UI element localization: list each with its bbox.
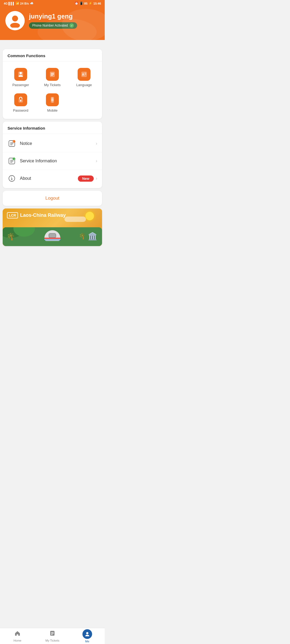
service-information-label: Service Information bbox=[20, 159, 96, 163]
service-info-icon: ✓ bbox=[8, 157, 16, 165]
svg-rect-22 bbox=[10, 142, 13, 143]
banner-train bbox=[44, 230, 60, 242]
about-item[interactable]: i About New › bbox=[3, 170, 102, 187]
password-label: Password bbox=[13, 108, 28, 112]
svg-rect-6 bbox=[51, 73, 54, 74]
alarm-icon: ⏰ bbox=[75, 2, 78, 5]
cloud-icon: ☁️ bbox=[30, 2, 34, 5]
svg-rect-23 bbox=[10, 144, 13, 144]
functions-grid: Passenger My Tickets A bbox=[3, 61, 102, 119]
service-info-chevron: › bbox=[96, 159, 97, 163]
function-item-mobile[interactable]: Mobile bbox=[37, 91, 68, 117]
clock: 15:46 bbox=[93, 2, 101, 5]
common-functions-card: Common Functions Passenger bbox=[3, 49, 102, 119]
svg-text:!: ! bbox=[13, 141, 14, 143]
check-icon: ✓ bbox=[70, 23, 74, 28]
banner-sun bbox=[85, 212, 94, 220]
svg-rect-28 bbox=[10, 160, 13, 160]
lcr-banner[interactable]: LCR Laos-China Railway 🌴 🌴 🏛️ bbox=[3, 208, 102, 246]
battery-icon: ⚡ bbox=[89, 2, 92, 5]
language-icon: A 文 bbox=[78, 68, 90, 81]
svg-rect-14 bbox=[20, 101, 21, 102]
about-label: About bbox=[20, 176, 78, 181]
service-information-item[interactable]: ✓ Service Information › bbox=[3, 152, 102, 170]
phone-badge-text: Phone Number Activated bbox=[32, 24, 68, 27]
function-item-language[interactable]: A 文 Language bbox=[68, 66, 100, 91]
about-chevron: › bbox=[96, 176, 97, 181]
status-right: ⏰ 📳 85 ⚡ 15:46 bbox=[75, 2, 101, 5]
notice-item[interactable]: ! Notice › bbox=[3, 135, 102, 152]
signal-icon: 4G bbox=[4, 2, 8, 5]
function-item-passenger[interactable]: Passenger bbox=[5, 66, 37, 91]
profile-name: junying1 geng bbox=[29, 13, 77, 20]
train-front bbox=[44, 230, 60, 241]
svg-rect-7 bbox=[51, 74, 54, 75]
svg-rect-33 bbox=[12, 178, 12, 180]
profile-info: junying1 geng Phone Number Activated ✓ bbox=[29, 13, 77, 29]
train-window bbox=[49, 233, 56, 238]
svg-point-1 bbox=[10, 23, 20, 28]
svg-rect-24 bbox=[10, 145, 12, 145]
avatar[interactable] bbox=[5, 11, 25, 30]
svg-rect-30 bbox=[10, 162, 12, 163]
about-badge: New bbox=[78, 175, 94, 182]
banner-building-icon: 🏛️ bbox=[88, 232, 97, 241]
mobile-label: Mobile bbox=[47, 108, 57, 112]
mobile-icon bbox=[46, 93, 59, 106]
my-tickets-func-label: My Tickets bbox=[44, 83, 60, 87]
my-tickets-func-icon bbox=[46, 68, 59, 81]
status-bar: 4G ▌▌▌ 📶 24 B/s ☁️ ⏰ 📳 85 ⚡ 15:46 bbox=[0, 0, 105, 6]
svg-point-3 bbox=[20, 72, 22, 74]
svg-text:i: i bbox=[11, 176, 12, 178]
passenger-icon bbox=[14, 68, 27, 81]
svg-text:A: A bbox=[82, 73, 84, 76]
service-list: ! Notice › ✓ bbox=[3, 134, 102, 188]
train-stripe-blue bbox=[44, 240, 60, 240]
notice-label: Notice bbox=[20, 141, 96, 146]
logout-button[interactable]: Logout bbox=[45, 196, 59, 201]
service-information-card: Service Information ! Notice › bbox=[3, 122, 102, 188]
banner-clouds bbox=[64, 217, 86, 222]
svg-point-17 bbox=[52, 102, 53, 102]
svg-rect-4 bbox=[19, 72, 22, 72]
passenger-label: Passenger bbox=[12, 83, 29, 87]
password-icon bbox=[14, 93, 27, 106]
notice-icon: ! bbox=[8, 139, 16, 148]
data-speed: 24 B/s bbox=[20, 2, 29, 5]
svg-rect-8 bbox=[51, 75, 53, 76]
lcr-logo: LCR bbox=[7, 212, 18, 218]
notice-chevron: › bbox=[96, 141, 97, 146]
function-item-my-tickets[interactable]: My Tickets bbox=[37, 66, 68, 91]
wifi-icon: 📶 bbox=[16, 2, 19, 5]
svg-rect-16 bbox=[52, 98, 53, 98]
avatar-icon bbox=[8, 14, 22, 28]
status-left: 4G ▌▌▌ 📶 24 B/s ☁️ bbox=[4, 2, 34, 5]
main-content: Common Functions Passenger bbox=[0, 40, 105, 246]
common-functions-title: Common Functions bbox=[3, 49, 102, 61]
svg-text:文: 文 bbox=[84, 72, 87, 75]
svg-rect-18 bbox=[51, 98, 53, 101]
banner-title: Laos-China Railway bbox=[20, 213, 66, 218]
service-information-title: Service Information bbox=[3, 122, 102, 134]
function-item-password[interactable]: Password bbox=[5, 91, 37, 117]
logout-card[interactable]: Logout bbox=[3, 191, 102, 206]
about-icon: i bbox=[8, 174, 16, 183]
svg-text:✓: ✓ bbox=[13, 158, 15, 160]
language-label: Language bbox=[76, 83, 92, 87]
vibrate-icon: 📳 bbox=[79, 2, 83, 5]
profile-header: junying1 geng Phone Number Activated ✓ bbox=[0, 6, 105, 40]
battery-level: 85 bbox=[84, 2, 88, 5]
banner-logo-area: LCR Laos-China Railway bbox=[7, 212, 66, 218]
banner-palm-left-icon: 🌴 bbox=[6, 232, 15, 241]
signal-bars: ▌▌▌ bbox=[9, 2, 15, 5]
train-stripe-red bbox=[44, 238, 60, 239]
banner-palm-right-icon: 🌴 bbox=[79, 233, 86, 240]
svg-rect-29 bbox=[10, 161, 13, 162]
phone-badge: Phone Number Activated ✓ bbox=[29, 22, 77, 29]
svg-point-0 bbox=[12, 16, 18, 21]
